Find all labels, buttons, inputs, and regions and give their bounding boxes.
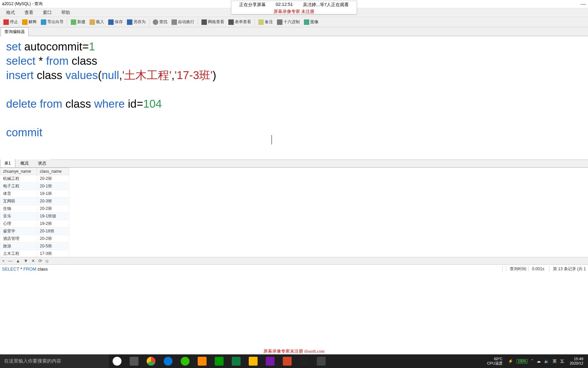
excel-app[interactable] [228,354,244,368]
cell-zhuanye[interactable]: 土木工程 [0,250,37,257]
delete-row-button[interactable]: — [8,258,13,263]
cell-class[interactable]: 20-2班 [37,205,69,213]
new-button[interactable]: 新建 [69,18,87,26]
tab-result1[interactable]: 果1 [0,159,15,167]
chrome-app[interactable] [143,354,159,368]
onedrive-icon[interactable]: ☁ [537,359,541,364]
cell-class[interactable]: 20-3班 [37,198,69,205]
save-as-button[interactable]: 另存为 [125,18,148,26]
taskbar-search[interactable]: 在这里输入你要搜索的内容 [0,354,109,368]
col-header-class[interactable]: class_name [37,168,69,175]
result-tab-strip: 果1 概况 状态 [0,159,588,168]
cell-zhuanye[interactable]: 生物 [0,205,37,213]
app12[interactable] [313,354,329,368]
cell-zhuanye[interactable]: 酒店管理 [0,235,37,243]
cell-class[interactable]: 20-1班 [37,183,69,190]
cell-class[interactable]: 20-5班 [37,243,69,250]
table-row[interactable]: 土木工程17-3班 [0,250,69,257]
cpu-temp-widget[interactable]: 60°CCPU温度 [485,357,504,366]
start-button[interactable] [109,354,125,368]
table-row[interactable]: 互网联20-3班 [0,198,69,205]
save-button[interactable]: 保存 [106,18,125,26]
tab-profile[interactable]: 概况 [16,159,33,167]
table-row[interactable]: 机械工程20-2班 [0,175,69,183]
taskview-icon [130,357,138,366]
cell-zhuanye[interactable]: 机械工程 [0,175,37,183]
cell-zhuanye[interactable]: 互网联 [0,198,37,205]
table-row[interactable]: 心理19-2班 [0,220,69,228]
screen-share-overlay: 正在分享屏幕 02:12:51 吴洁婷...等7人正在观看 屏幕录像专家 未注册 [231,1,357,14]
sharing-timer: 02:12:51 [276,2,293,8]
image-button[interactable]: 图像 [302,18,321,26]
tab-status[interactable]: 状态 [34,159,51,167]
note-icon [258,19,264,25]
note-button[interactable]: 备注 [256,18,275,26]
table-row[interactable]: 体育19-1班 [0,190,69,198]
save-icon [108,19,114,25]
cell-zhuanye[interactable]: 电子工程 [0,183,37,190]
cell-class[interactable]: 19-1班 [37,190,69,198]
cell-zhuanye[interactable]: 音乐 [0,213,37,220]
volume-icon[interactable]: 🔈 [544,359,549,364]
cell-zhuanye[interactable]: 旅游 [0,243,37,250]
sql-editor[interactable]: set autocommit=1 select * from class ins… [0,36,588,159]
wechat-app[interactable] [177,354,193,368]
form-view-button[interactable]: 表单查看 [226,18,253,26]
refresh-button[interactable]: ⟳ [38,258,42,263]
cell-class[interactable]: 17-3班 [37,250,69,257]
prev-row-button[interactable]: ▲ [16,258,20,263]
explorer-app[interactable] [245,354,261,368]
window-title: a2012 (MySQL) - 查询 [2,1,43,7]
onenote-app[interactable] [262,354,278,368]
cell-class[interactable]: 20-2班 [37,175,69,183]
grid-icon [201,19,207,25]
tray-chevron-icon[interactable]: ˄ [531,359,533,364]
cell-class[interactable]: 20-18班 [37,228,69,235]
terminal-app[interactable] [296,354,312,368]
export-wizard-button[interactable]: 导出向导 [39,18,66,26]
battery-indicator[interactable]: 100% [517,359,528,364]
cell-zhuanye[interactable]: 体育 [0,190,37,198]
explain-button[interactable]: 解释 [20,18,39,26]
cell-zhuanye[interactable]: 心理 [0,220,37,228]
cell-class[interactable]: 20-2班 [37,235,69,243]
next-row-button[interactable]: ▼ [23,258,28,263]
menu-view[interactable]: 查看 [20,10,38,16]
hex-button[interactable]: 十六进制 [275,18,302,26]
col-header-zhuanye[interactable]: zhuanye_name [0,168,37,175]
add-row-button[interactable]: + [2,258,5,263]
powerpoint-app[interactable] [279,354,295,368]
auto-wrap-button[interactable]: 自动换行 [169,18,196,26]
cell-zhuanye[interactable]: 鉴堂学 [0,228,37,235]
menu-help[interactable]: 帮助 [56,10,75,16]
table-row[interactable]: 音乐19-1班级 [0,213,69,220]
table-row[interactable]: 电子工程20-1班 [0,183,69,190]
find-button[interactable]: 查找 [151,18,169,26]
cell-class[interactable]: 19-1班级 [37,213,69,220]
cell-class[interactable]: 19-2班 [37,220,69,228]
table-row[interactable]: 生物20-2班 [0,205,69,213]
menu-window[interactable]: 窗口 [38,10,56,16]
stop-fetch-button[interactable]: ⦸ [46,258,48,264]
ime-lang1[interactable]: 英 [553,358,557,364]
grid-view-button[interactable]: 网格查看 [199,18,226,26]
terminal-icon [300,357,309,366]
sharing-label: 正在分享屏幕 [239,2,266,8]
tab-query-editor[interactable]: 查询编辑器 [1,27,29,36]
stop-button[interactable]: 停止 [1,18,20,26]
edge-app[interactable] [160,354,176,368]
taskview-button[interactable] [126,354,142,368]
ime-lang2[interactable]: 五 [560,358,564,364]
table-row[interactable]: 鉴堂学20-18班 [0,228,69,235]
power-icon[interactable]: ⚡ [508,359,513,364]
table-row[interactable]: 旅游20-5班 [0,243,69,250]
table-row[interactable]: 酒店管理20-2班 [0,235,69,243]
app6[interactable] [211,354,227,368]
load-button[interactable]: 载入 [87,18,106,26]
result-grid[interactable]: zhuanye_name class_name 机械工程20-2班电子工程20-… [0,168,588,257]
minimize-icon[interactable]: — [581,1,586,7]
clock[interactable]: 15:492020/12 [568,357,585,366]
cancel-button[interactable]: ✕ [31,258,35,263]
app5[interactable] [194,354,210,368]
menu-format[interactable]: 格式 [1,10,20,16]
